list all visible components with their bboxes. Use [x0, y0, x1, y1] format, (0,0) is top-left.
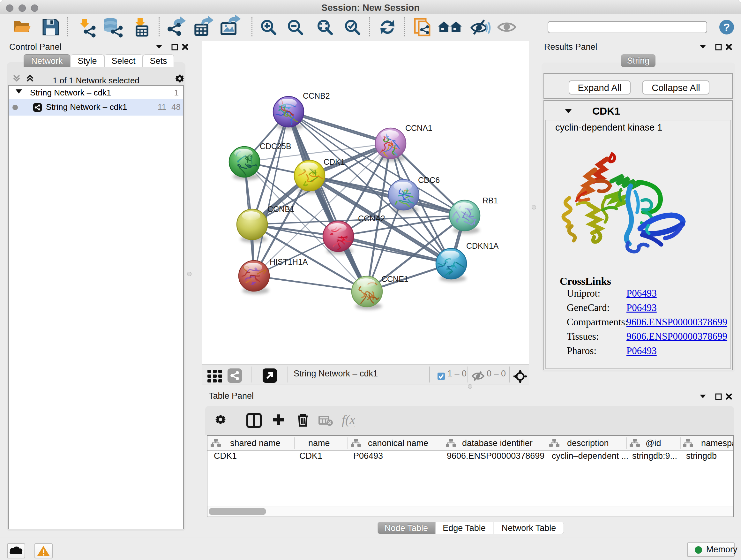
svg-text:HIST1H1A: HIST1H1A: [270, 257, 308, 266]
svg-text:CDC6: CDC6: [418, 176, 440, 185]
svg-text:?: ?: [724, 21, 730, 33]
svg-text:CCNA1: CCNA1: [405, 124, 432, 132]
svg-text:CCNA2: CCNA2: [358, 214, 385, 223]
svg-text:CCNB2: CCNB2: [303, 91, 330, 100]
svg-text:CDK1: CDK1: [324, 158, 345, 166]
svg-text:CCNE1: CCNE1: [381, 274, 408, 284]
svg-text:CDKN1A: CDKN1A: [466, 241, 499, 250]
svg-text:RB1: RB1: [482, 196, 498, 205]
svg-text:CCNB1: CCNB1: [267, 205, 294, 213]
svg-text:CDC25B: CDC25B: [260, 142, 291, 151]
svg-text:f(x): f(x): [342, 413, 355, 427]
